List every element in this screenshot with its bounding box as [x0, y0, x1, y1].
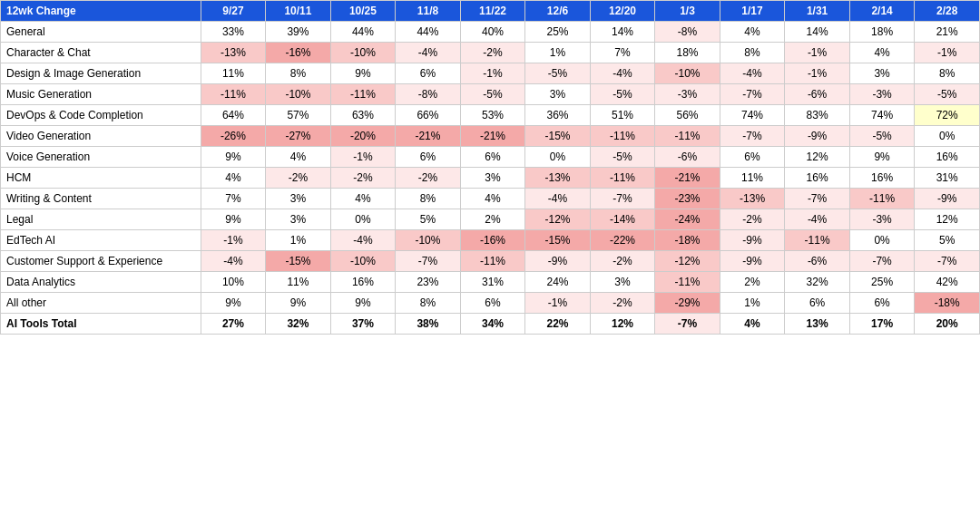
cell-value: -7% — [785, 189, 850, 209]
cell-value: -2% — [266, 168, 331, 189]
cell-value: 11% — [201, 63, 266, 84]
cell-value: 6% — [785, 293, 850, 314]
cell-value: -4% — [201, 251, 266, 272]
cell-value: -6% — [785, 251, 850, 272]
cell-value: -7% — [720, 126, 785, 147]
cell-value: -11% — [460, 251, 525, 272]
row-label: Writing & Content — [1, 189, 201, 209]
cell-value: -2% — [330, 168, 396, 189]
cell-value: 74% — [849, 105, 915, 126]
cell-value: 40% — [460, 22, 525, 43]
cell-value: 11% — [720, 168, 785, 189]
cell-value: 9% — [201, 293, 266, 314]
cell-value: -16% — [266, 43, 331, 63]
table-row: All other9%9%9%8%6%-1%-2%-29%1%6%6%-18% — [1, 293, 980, 314]
cell-value: 8% — [915, 63, 980, 84]
cell-value: -5% — [915, 84, 980, 105]
cell-value: -5% — [590, 84, 655, 105]
cell-value: 63% — [330, 105, 396, 126]
cell-value: 21% — [915, 22, 980, 43]
cell-value: 66% — [396, 105, 461, 126]
cell-value: -29% — [655, 293, 720, 314]
cell-value: -23% — [655, 189, 720, 209]
cell-value: -9% — [915, 189, 980, 209]
cell-value: -4% — [720, 63, 785, 84]
cell-value: 8% — [396, 293, 461, 314]
cell-value: 32% — [266, 314, 331, 335]
cell-value: -12% — [525, 209, 591, 230]
cell-value: -12% — [655, 251, 720, 272]
cell-value: -1% — [915, 43, 980, 63]
cell-value: 83% — [785, 105, 850, 126]
cell-value: 20% — [915, 314, 980, 335]
cell-value: 4% — [849, 43, 915, 63]
cell-value: 6% — [460, 147, 525, 168]
cell-value: -15% — [525, 126, 591, 147]
cell-value: -9% — [720, 251, 785, 272]
cell-value: -22% — [590, 230, 655, 251]
header-date-1025: 10/25 — [330, 1, 396, 22]
cell-value: -2% — [720, 209, 785, 230]
cell-value: -1% — [525, 293, 591, 314]
cell-value: -7% — [915, 251, 980, 272]
cell-value: -24% — [655, 209, 720, 230]
cell-value: 56% — [655, 105, 720, 126]
cell-value: -9% — [720, 230, 785, 251]
cell-value: 74% — [720, 105, 785, 126]
table-row: Customer Support & Experience-4%-15%-10%… — [1, 251, 980, 272]
table-row: Character & Chat-13%-16%-10%-4%-2%1%7%18… — [1, 43, 980, 63]
cell-value: 37% — [330, 314, 396, 335]
table-row: Writing & Content7%3%4%8%4%-4%-7%-23%-13… — [1, 189, 980, 209]
header-date-117: 1/17 — [720, 1, 785, 22]
cell-value: 22% — [525, 314, 591, 335]
cell-value: 0% — [915, 126, 980, 147]
cell-value: 12% — [590, 314, 655, 335]
table-body: General33%39%44%44%40%25%14%-8%4%14%18%2… — [1, 22, 980, 335]
header-date-214: 2/14 — [849, 1, 915, 22]
cell-value: 6% — [396, 63, 461, 84]
cell-value: -10% — [396, 230, 461, 251]
cell-value: 3% — [460, 168, 525, 189]
cell-value: 64% — [201, 105, 266, 126]
cell-value: 25% — [849, 272, 915, 293]
row-label: Voice Generation — [1, 147, 201, 168]
cell-value: 8% — [720, 43, 785, 63]
cell-value: -13% — [525, 168, 591, 189]
row-label: Customer Support & Experience — [1, 251, 201, 272]
cell-value: -11% — [590, 126, 655, 147]
cell-value: -18% — [655, 230, 720, 251]
cell-value: 14% — [785, 22, 850, 43]
cell-value: 4% — [460, 189, 525, 209]
cell-value: -15% — [266, 251, 331, 272]
row-label: EdTech AI — [1, 230, 201, 251]
row-label: Music Generation — [1, 84, 201, 105]
cell-value: 9% — [201, 147, 266, 168]
cell-value: 5% — [915, 230, 980, 251]
cell-value: 3% — [849, 63, 915, 84]
cell-value: -27% — [266, 126, 331, 147]
cell-value: 0% — [525, 147, 591, 168]
table-row: Video Generation-26%-27%-20%-21%-21%-15%… — [1, 126, 980, 147]
cell-value: -16% — [460, 230, 525, 251]
row-label: General — [1, 22, 201, 43]
cell-value: 1% — [720, 293, 785, 314]
header-label-col: 12wk Change — [1, 1, 201, 22]
cell-value: -6% — [655, 147, 720, 168]
cell-value: 4% — [266, 147, 331, 168]
cell-value: -20% — [330, 126, 396, 147]
cell-value: -7% — [849, 251, 915, 272]
cell-value: 16% — [849, 168, 915, 189]
cell-value: -1% — [785, 43, 850, 63]
main-table: 12wk Change9/2710/1110/2511/811/2212/612… — [0, 0, 980, 335]
table-row: AI Tools Total27%32%37%38%34%22%12%-7%4%… — [1, 314, 980, 335]
cell-value: 44% — [330, 22, 396, 43]
cell-value: -1% — [460, 63, 525, 84]
cell-value: 5% — [396, 209, 461, 230]
cell-value: -10% — [655, 63, 720, 84]
cell-value: -9% — [785, 126, 850, 147]
cell-value: -4% — [525, 189, 591, 209]
cell-value: -11% — [655, 272, 720, 293]
table-row: DevOps & Code Completion64%57%63%66%53%3… — [1, 105, 980, 126]
cell-value: 17% — [849, 314, 915, 335]
cell-value: -11% — [785, 230, 850, 251]
